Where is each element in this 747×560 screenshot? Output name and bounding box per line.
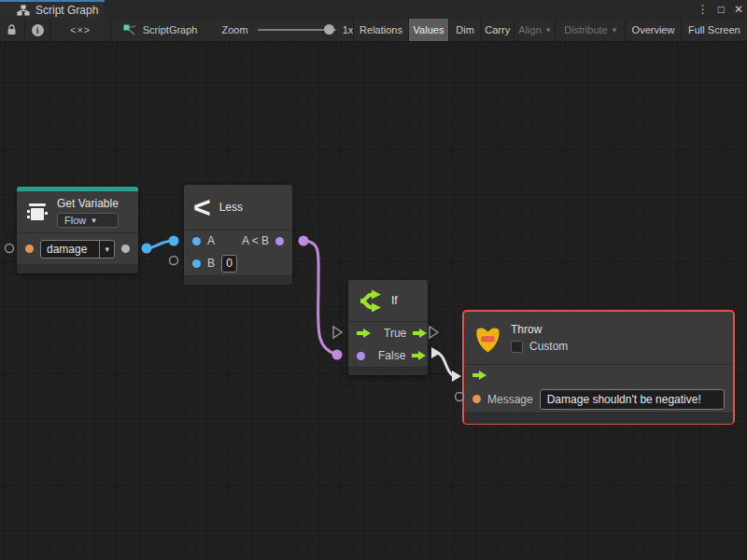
node-title: Less <box>219 201 243 214</box>
input-a-port[interactable] <box>192 237 201 245</box>
wire-endpoint[interactable] <box>332 350 343 360</box>
message-value-field[interactable]: Damage shouldn't be negative! <box>540 389 725 410</box>
distribute-button[interactable]: Distribute▾ <box>555 19 625 41</box>
graph-toolbar: i <×> ScriptGraph Zoom 1x Relations Valu… <box>0 19 747 42</box>
wire-arrow-start[interactable] <box>431 347 441 358</box>
custom-checkbox[interactable] <box>511 341 523 353</box>
tab-title: Script Graph <box>35 4 98 17</box>
branch-icon <box>358 288 383 314</box>
node-title: Get Variable <box>57 197 119 210</box>
wire-endpoint[interactable] <box>299 236 309 246</box>
graph-name: ScriptGraph <box>143 24 198 35</box>
wire-comparison-to-condition[interactable] <box>303 241 337 355</box>
chevron-down-icon: ▾ <box>613 25 617 35</box>
lock-icon <box>7 24 17 35</box>
wire-false-to-throw[interactable] <box>435 353 457 376</box>
info-icon: i <box>32 24 44 36</box>
value-output-port[interactable] <box>121 245 130 253</box>
maximize-icon[interactable]: □ <box>718 3 725 16</box>
relations-button[interactable]: Relations <box>353 19 407 41</box>
false-label: False <box>378 349 405 362</box>
wire-endpoint[interactable] <box>142 244 152 254</box>
unconnected-indicator-triangle <box>430 327 438 338</box>
code-view-button[interactable]: <×> <box>50 19 110 41</box>
graph-breadcrumb[interactable]: ScriptGraph <box>123 19 198 41</box>
custom-label: Custom <box>529 340 568 353</box>
dim-button[interactable]: Dim <box>448 19 481 41</box>
node-title: If <box>391 294 398 307</box>
lock-button[interactable] <box>0 19 25 41</box>
zoom-label: Zoom <box>221 24 247 35</box>
input-b-port[interactable] <box>192 259 201 268</box>
message-label: Message <box>487 393 533 406</box>
zoom-slider-handle[interactable] <box>324 24 334 35</box>
tab-script-graph[interactable]: Script Graph <box>0 0 105 19</box>
unconnected-indicator-circle <box>6 245 14 253</box>
script-graph-icon <box>123 24 137 36</box>
node-title: Throw <box>511 323 568 336</box>
window-menu-icon[interactable]: ⋮ <box>698 3 709 16</box>
node-throw[interactable]: Throw Custom Message Damage shouldn't be… <box>464 312 733 423</box>
wire-arrow-end[interactable] <box>452 371 461 382</box>
variable-icon <box>26 202 49 222</box>
node-less[interactable]: < Less A A < B B 0 <box>184 185 292 280</box>
output-label: A < B <box>242 234 269 247</box>
chevron-down-icon: ▾ <box>99 241 114 258</box>
condition-input-port[interactable] <box>357 352 365 360</box>
input-b-value-field[interactable]: 0 <box>221 255 237 273</box>
node-footer <box>464 413 733 424</box>
zoom-value: 1x <box>343 24 354 35</box>
unconnected-indicator-triangle <box>333 327 342 338</box>
overview-button[interactable]: Overview <box>625 19 680 41</box>
info-button[interactable]: i <box>25 19 51 41</box>
message-input-port[interactable] <box>472 395 481 403</box>
close-icon[interactable]: ✕ <box>734 3 743 16</box>
wire-damage-to-a[interactable] <box>147 241 174 248</box>
throw-shield-icon <box>473 323 502 354</box>
less-icon: < <box>193 193 211 221</box>
code-icon: <×> <box>70 24 91 35</box>
title-bar: Script Graph ⋮ □ ✕ <box>0 0 747 19</box>
chevron-down-icon: ▾ <box>546 25 551 35</box>
true-output-port[interactable] <box>413 329 427 338</box>
node-footer <box>17 264 138 273</box>
flow-input-port[interactable] <box>472 371 486 380</box>
node-footer <box>348 367 428 375</box>
chevron-down-icon: ▾ <box>92 216 96 225</box>
unconnected-indicator-circle <box>170 257 178 265</box>
graph-hierarchy-icon <box>17 5 30 17</box>
node-footer <box>184 275 292 285</box>
true-label: True <box>384 327 406 340</box>
values-button[interactable]: Values <box>408 19 449 41</box>
input-b-label: B <box>207 257 215 270</box>
node-get-variable[interactable]: Get Variable Flow ▾ damage ▾ <box>17 187 138 273</box>
node-if[interactable]: If True False <box>348 280 428 375</box>
comparison-output-port[interactable] <box>275 237 284 245</box>
variable-name-port[interactable] <box>25 245 34 253</box>
false-output-port[interactable] <box>412 351 426 360</box>
unconnected-indicator-circle <box>456 393 464 401</box>
flow-input-port[interactable] <box>357 329 371 338</box>
variable-name-dropdown[interactable]: damage ▾ <box>40 240 115 259</box>
graph-canvas[interactable]: Get Variable Flow ▾ damage ▾ < Less <box>0 42 747 560</box>
variable-scope-dropdown[interactable]: Flow ▾ <box>57 213 119 228</box>
carry-button[interactable]: Carry <box>481 19 514 41</box>
wire-endpoint[interactable] <box>169 236 179 246</box>
align-button[interactable]: Align▾ <box>514 19 556 41</box>
input-a-label: A <box>207 234 215 247</box>
fullscreen-button[interactable]: Full Screen <box>681 19 747 41</box>
zoom-slider[interactable] <box>258 29 336 31</box>
